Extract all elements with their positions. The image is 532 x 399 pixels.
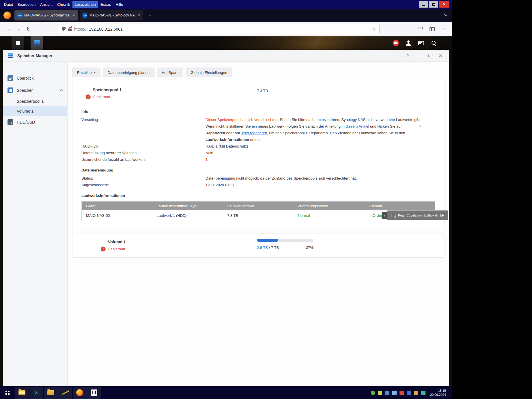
tab-close-icon[interactable]: ✕ bbox=[138, 14, 140, 17]
row-label: Unzureichende Anzahl an Laufwerken: bbox=[81, 156, 206, 163]
new-tab-button[interactable]: + bbox=[145, 12, 155, 18]
text-segment: ilfe bbox=[118, 2, 123, 7]
main-menu-button[interactable] bbox=[12, 36, 24, 50]
window-maximize-button[interactable] bbox=[429, 1, 438, 8]
restore-button[interactable] bbox=[426, 53, 433, 58]
tray-icon[interactable] bbox=[385, 391, 389, 395]
tab-maio-nas-01[interactable]: DSM MAIO-NAS-01 - Synology NAS ✕ bbox=[80, 10, 143, 20]
taskbar-firefox[interactable] bbox=[73, 387, 87, 398]
remote-session-name: Petar Čubela von Softbox GmbH bbox=[398, 214, 444, 217]
tray-icon[interactable] bbox=[400, 391, 404, 395]
sidebar-item-speicher[interactable]: Speicher bbox=[3, 84, 67, 96]
menu-hamburger-icon[interactable]: ≡ bbox=[442, 26, 445, 32]
search-button[interactable] bbox=[428, 36, 440, 50]
menu-extras[interactable]: Extras bbox=[98, 1, 113, 8]
window-minimize-button[interactable] bbox=[419, 1, 428, 8]
usage-percent: 37% bbox=[306, 245, 313, 250]
menu-lesezeichen[interactable]: Lesezeichen bbox=[72, 1, 98, 8]
text-segment: und klicken Sie auf bbox=[369, 124, 402, 128]
pool-header: Speicherpool 1 ! Fehlerhaft 7.3 TB bbox=[72, 81, 445, 104]
sidebar-item-speicherpool-1[interactable]: Speicherpool 1 bbox=[3, 96, 67, 106]
window-close-button[interactable]: ✕ bbox=[439, 1, 449, 8]
sidebar-item-volume-1[interactable]: Volume 1 bbox=[3, 106, 67, 116]
tray-icon[interactable] bbox=[414, 391, 418, 395]
sidebar-item-ueberblick[interactable]: Überblick bbox=[3, 72, 67, 84]
tray-icon[interactable] bbox=[392, 391, 397, 395]
volume-usage: 2.6 TB / 7 TB 37% bbox=[257, 239, 313, 250]
support-chat-icon bbox=[393, 40, 399, 46]
create-button[interactable]: Erstellen▾ bbox=[72, 68, 100, 77]
status-badge: Fehlerhaft bbox=[108, 247, 125, 251]
insufficient-drives-row: Unzureichende Anzahl an Laufwerken: 1 bbox=[81, 156, 435, 163]
section-title: Info bbox=[81, 109, 435, 114]
minimize-icon bbox=[422, 5, 425, 6]
divider bbox=[81, 104, 435, 104]
taskbar-file-explorer[interactable] bbox=[15, 387, 29, 398]
help-button[interactable]: ? bbox=[404, 53, 411, 58]
close-button[interactable]: ✕ bbox=[437, 53, 444, 58]
app-icon: Σ bbox=[33, 389, 40, 396]
hot-spare-button[interactable]: Hot Spare bbox=[157, 68, 184, 77]
scrub-status-row: Status: Datenbereinigung nicht möglich, … bbox=[81, 175, 435, 182]
tray-icon[interactable] bbox=[421, 391, 425, 395]
cell-groesse: 7.3 TB bbox=[223, 213, 294, 218]
table-row[interactable]: MAIO-NAS-02 Laufwerk 1 (HDD) 7.3 TB Norm… bbox=[82, 210, 435, 221]
widgets-button[interactable] bbox=[415, 36, 428, 50]
global-settings-button[interactable]: Globale Einstellungen bbox=[186, 68, 232, 77]
url-bar[interactable]: https://192.168.0.22:5001 ☆ bbox=[58, 24, 379, 34]
url-scheme: https:// bbox=[74, 27, 86, 31]
system-tray: 15:15 20.09.2024 bbox=[371, 389, 451, 397]
dsm-topbar bbox=[0, 36, 452, 50]
toolbar: Erstellen▾ Datenbereinigung planen Hot S… bbox=[72, 68, 445, 77]
volume-panel: Volume 1 ! Fehlerhaft 2.6 TB / 7 TB bbox=[72, 234, 445, 258]
cell-laufwerksnummer: Laufwerk 1 (HDD) bbox=[152, 213, 223, 218]
bookmark-star-icon[interactable]: ☆ bbox=[372, 26, 376, 32]
menu-hilfe[interactable]: Hilfe bbox=[113, 1, 126, 8]
list-all-tabs-button[interactable] bbox=[442, 12, 449, 19]
schedule-data-scrubbing-button[interactable]: Datenbereinigung planen bbox=[103, 68, 154, 77]
tray-icon[interactable] bbox=[407, 391, 411, 395]
text-segment: earbeiten bbox=[20, 2, 36, 7]
back-button[interactable]: ← bbox=[4, 26, 14, 32]
minimize-button[interactable] bbox=[415, 53, 422, 58]
sidebar-item-hdd-ssd[interactable]: HDD/SSD bbox=[3, 116, 67, 128]
firefox-navbar: ← → ↻ https://192.168.0.22:5001 ☆ ≡ bbox=[0, 22, 452, 36]
link-jetzt-reparieren[interactable]: Jetzt reparieren bbox=[241, 131, 267, 135]
tab-title: MAIO-NAS-02 - Synology NAS bbox=[24, 13, 70, 17]
file-explorer-icon bbox=[18, 390, 25, 395]
extension-shield-icon[interactable] bbox=[419, 27, 423, 31]
menu-bearbeiten[interactable]: Bearbeiten bbox=[15, 1, 38, 8]
volume-header: Volume 1 ! Fehlerhaft 2.6 TB / 7 TB bbox=[72, 234, 445, 257]
app-launcher-icon bbox=[16, 41, 20, 45]
taskbar-storage-manager-app[interactable] bbox=[31, 36, 43, 50]
collapse-chevron-icon[interactable]: › bbox=[382, 212, 387, 219]
tray-icon[interactable] bbox=[378, 391, 382, 395]
menu-chronik[interactable]: Chronik bbox=[55, 1, 72, 8]
row-value: RAID 1 (Mit Datenschutz) bbox=[206, 143, 435, 150]
taskbar-app-swoosh[interactable] bbox=[58, 387, 72, 398]
support-button[interactable] bbox=[389, 36, 402, 50]
forward-button[interactable]: → bbox=[14, 26, 24, 32]
remote-session-badge: Petar Čubela von Softbox GmbH bbox=[387, 210, 448, 220]
windows-taskbar: Σ 15:15 20.09.2024 bbox=[0, 386, 452, 399]
menu-datei[interactable]: Datei bbox=[2, 1, 15, 8]
row-label: Vorschlag: bbox=[81, 116, 206, 143]
tab-close-icon[interactable]: ✕ bbox=[72, 14, 75, 17]
insecure-lock-icon[interactable] bbox=[68, 29, 72, 31]
tab-maio-nas-02[interactable]: DSM MAIO-NAS-02 - Synology NAS ✕ bbox=[14, 10, 78, 20]
taskbar-app-box[interactable] bbox=[87, 387, 101, 398]
menu-ansicht[interactable]: Ansicht bbox=[38, 1, 55, 8]
taskbar-app-sigma[interactable]: Σ bbox=[29, 387, 43, 398]
alert-icon: ! bbox=[86, 94, 91, 99]
sidebar-toggle-icon[interactable] bbox=[430, 27, 435, 31]
taskbar-clock[interactable]: 15:15 20.09.2024 bbox=[428, 389, 448, 397]
user-menu-button[interactable] bbox=[402, 36, 415, 50]
link-diesem-artikel[interactable]: diesem Artikel bbox=[346, 124, 369, 128]
user-icon bbox=[406, 40, 411, 46]
taskbar-file-manager[interactable] bbox=[44, 387, 58, 398]
tray-icon[interactable] bbox=[371, 391, 375, 395]
row-label: Unterstützung mehrerer Volumes: bbox=[81, 150, 206, 156]
tracking-protection-icon[interactable] bbox=[62, 27, 66, 31]
reload-button[interactable]: ↻ bbox=[24, 26, 33, 32]
start-button[interactable] bbox=[1, 387, 14, 398]
